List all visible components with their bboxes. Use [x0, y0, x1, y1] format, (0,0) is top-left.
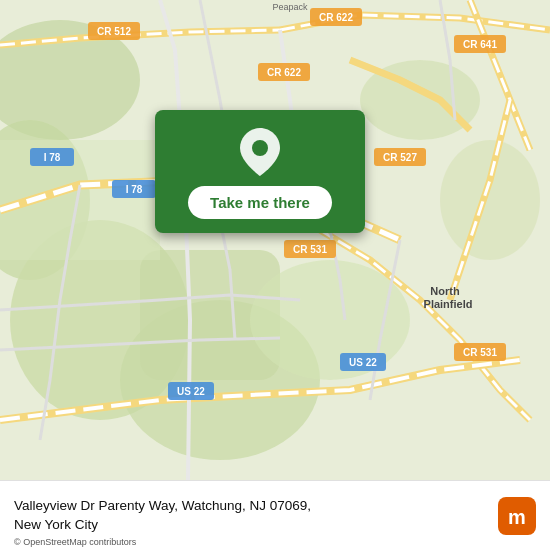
- address-block: Valleyview Dr Parenty Way, Watchung, NJ …: [14, 497, 498, 535]
- svg-text:CR 527: CR 527: [383, 152, 417, 163]
- svg-text:CR 531: CR 531: [463, 347, 497, 358]
- openstreetmap-credit: © OpenStreetMap contributors: [14, 537, 136, 547]
- location-pin-icon: [240, 128, 280, 176]
- svg-point-7: [440, 140, 540, 260]
- moovit-logo: m: [498, 497, 536, 535]
- svg-text:I 78: I 78: [126, 184, 143, 195]
- address-line2: New York City: [14, 516, 498, 535]
- bottom-bar: Valleyview Dr Parenty Way, Watchung, NJ …: [0, 480, 550, 550]
- svg-text:I 78: I 78: [44, 152, 61, 163]
- moovit-icon: m: [498, 497, 536, 535]
- map-container: I 78 I 78 CR 512 CR 622 CR 622 CR 641 CR…: [0, 0, 550, 480]
- svg-text:CR 622: CR 622: [319, 12, 353, 23]
- svg-text:US 22: US 22: [177, 386, 205, 397]
- svg-text:CR 622: CR 622: [267, 67, 301, 78]
- svg-text:m: m: [508, 506, 526, 528]
- svg-text:Peapack: Peapack: [272, 2, 308, 12]
- svg-point-35: [252, 140, 268, 156]
- svg-text:Plainfield: Plainfield: [424, 298, 473, 310]
- svg-text:CR 512: CR 512: [97, 26, 131, 37]
- popup-card: Take me there: [155, 110, 365, 233]
- svg-text:North: North: [430, 285, 460, 297]
- svg-text:US 22: US 22: [349, 357, 377, 368]
- map-svg: I 78 I 78 CR 512 CR 622 CR 622 CR 641 CR…: [0, 0, 550, 480]
- address-line1: Valleyview Dr Parenty Way, Watchung, NJ …: [14, 497, 498, 516]
- svg-text:CR 531: CR 531: [293, 244, 327, 255]
- take-me-there-button[interactable]: Take me there: [188, 186, 332, 219]
- svg-text:CR 641: CR 641: [463, 39, 497, 50]
